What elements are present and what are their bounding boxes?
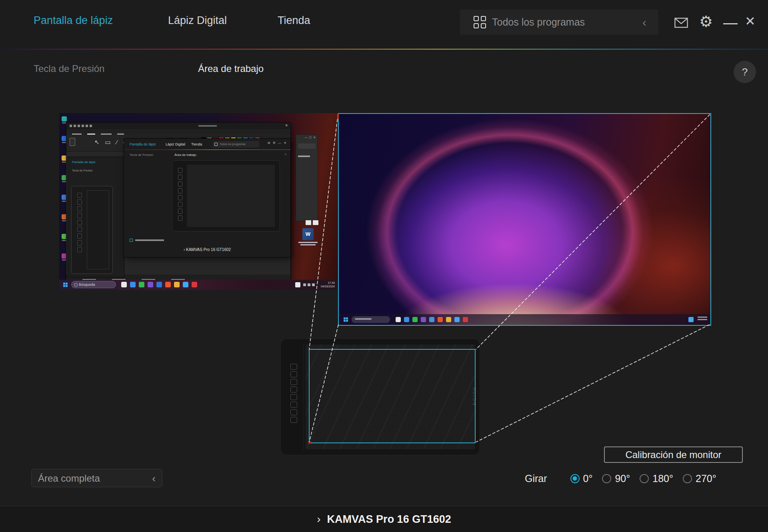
mini-apps-grid-icon (214, 143, 218, 146)
paint-menubar (66, 129, 290, 135)
help-icon[interactable]: ? (734, 61, 756, 83)
details-side-window: — ▢ ✕ (296, 135, 318, 221)
taskbar-pinned-icon (295, 282, 300, 287)
taskbar-search-pill: Búsqueda (71, 281, 116, 288)
taskbar-app-icons (121, 282, 197, 287)
rotate-270-radio[interactable]: 270° (683, 473, 716, 484)
device-expand-chevron[interactable]: › (317, 513, 320, 526)
mini-active-area (187, 165, 275, 227)
chevron-left-icon: ‹ (152, 472, 156, 485)
monitor-clock (698, 317, 707, 321)
paint-title-text (198, 125, 217, 127)
tab-press-key[interactable]: Tecla de Presión (34, 63, 104, 74)
system-tray-icons (303, 283, 315, 286)
windows-taskbar: Búsqueda 17:4304/03/2024 (59, 280, 338, 290)
clipboard-icon (70, 138, 75, 146)
full-area-label: Área completa (38, 473, 100, 484)
express-keys (290, 364, 297, 424)
start-button-icon (63, 283, 68, 287)
nav-digital-pen[interactable]: Lápiz Digital (168, 14, 227, 27)
rotate-90-label: 90° (615, 473, 630, 484)
all-programs-label: Todos los programas (492, 16, 585, 28)
monitor-taskbar (339, 314, 710, 325)
mini-device-name: KAMVAS Pro 16 GT1602 (186, 247, 231, 252)
rotate-180-label: 180° (652, 473, 673, 484)
monitor-calibration-button[interactable]: Calibración de monitor (604, 446, 743, 463)
full-area-dropdown[interactable]: Área completa ‹ (31, 469, 162, 487)
taskbar-clock: 17:4304/03/2024 (321, 281, 335, 288)
tab-working-area[interactable]: Área de trabajo (198, 63, 264, 74)
paint-close-icon: ✕ (285, 124, 288, 128)
word-doc-caption2 (300, 244, 316, 245)
close-icon[interactable]: ✕ (745, 14, 756, 29)
mini-window-icons: ⊞ ⚙ — ✕ (268, 141, 287, 145)
mini-rainbow-divider (124, 149, 290, 150)
mini-express-keys (77, 193, 82, 254)
settings-gear-icon[interactable]: ⚙ (699, 13, 713, 30)
monitor-search-pill (352, 316, 390, 323)
details-row (298, 155, 310, 157)
rotate-0-radio[interactable]: 0° (570, 473, 593, 484)
radio-icon[interactable] (602, 474, 611, 483)
mini-nav-digital-pen: Lápiz Digital (166, 142, 185, 146)
mini-help-icon: ? (285, 153, 286, 156)
mini-nav-store: Tienda (191, 142, 202, 146)
mini-active-area (87, 190, 109, 269)
mini-tab-working-area: Área de trabajo (174, 153, 196, 157)
tablet-active-area-selection[interactable] (309, 349, 476, 443)
mini-checkbox-label (135, 239, 164, 241)
monitor-tray-icon (688, 317, 694, 322)
details-window-icons: — ▢ ✕ (305, 136, 316, 139)
mini-tab-press-key: Tecla de Presión (72, 169, 93, 172)
primary-monitor-thumbnail: ✕ ↖▭∕◇T♜⬡≡ ✦ Pantalla de lápiz Tecla de … (59, 113, 338, 290)
mini-tablet-graphic (172, 160, 280, 231)
mini-tablet-vertical (71, 186, 113, 274)
overlapped-window-icons (306, 220, 318, 225)
minimize-icon[interactable] (723, 23, 738, 24)
paint-quickbar-icons (70, 125, 92, 127)
device-name: KAMVAS Pro 16 GT1602 (327, 513, 451, 526)
radio-icon[interactable] (683, 474, 692, 483)
monitor-app-icons (396, 317, 468, 322)
title-bar: Pantalla de lápiz Lápiz Digital Tienda T… (0, 0, 768, 49)
word-doc-caption (298, 242, 318, 243)
mini-nav-pen-display: Pantalla de lápiz (130, 142, 156, 146)
device-bar[interactable]: › KAMVAS Pro 16 GT1602 (0, 506, 768, 532)
mini-device-bar: › KAMVAS Pro 16 GT1602 (124, 247, 290, 252)
apps-grid-icon (474, 16, 486, 28)
rotate-180-radio[interactable]: 180° (640, 473, 673, 484)
mail-icon[interactable] (674, 18, 688, 30)
radio-icon[interactable] (640, 474, 649, 483)
word-document-icon: W (302, 228, 314, 240)
rotate-270-label: 270° (696, 473, 716, 484)
mini-nav-pen-display: Pantalla de lápiz (72, 160, 96, 164)
huion-window-background: Pantalla de lápiz Tecla de Presión (68, 157, 124, 277)
mini-checkbox (130, 239, 133, 242)
mini-programs-label: Todos los programas (220, 143, 246, 145)
details-search-box (298, 143, 316, 149)
rotate-label: Girar (525, 473, 547, 484)
nav-pen-display[interactable]: Pantalla de lápiz (34, 14, 113, 27)
radio-selected-icon[interactable] (570, 474, 580, 483)
pen-display-monitor-area[interactable] (338, 113, 711, 326)
rotate-controls: Girar 0° 90° 180° 270° (525, 472, 726, 485)
huion-window-foreground: Pantalla de lápiz Lápiz Digital Tienda T… (124, 139, 290, 257)
chevron-left-icon[interactable]: ‹ (642, 16, 646, 29)
monitor-start-icon (344, 317, 348, 322)
rotate-0-label: 0° (583, 473, 593, 484)
mini-tab-press-key: Tecla de Presión (130, 153, 153, 157)
mini-programs-pill: Todos los programas (213, 141, 259, 147)
mini-express-keys (178, 168, 182, 222)
rotate-90-radio[interactable]: 90° (602, 473, 630, 484)
all-programs-dropdown[interactable]: Todos los programas ‹ (460, 10, 658, 35)
mini-device-chevron: › (184, 247, 185, 252)
paint-titlebar: ✕ (66, 123, 290, 129)
nav-store[interactable]: Tienda (278, 14, 310, 27)
